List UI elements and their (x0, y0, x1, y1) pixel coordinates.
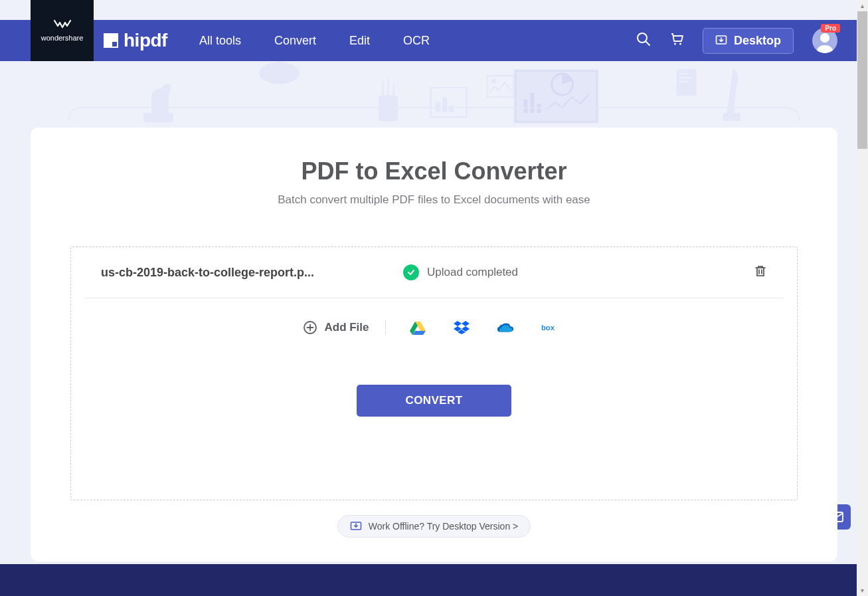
svg-rect-16 (450, 106, 454, 112)
check-icon (403, 264, 419, 280)
topbar (0, 0, 868, 20)
main-card: PDF to Excel Converter Batch convert mul… (31, 128, 837, 561)
svg-rect-6 (144, 113, 173, 122)
wondershare-logo[interactable]: wondershare (31, 0, 94, 61)
svg-point-5 (820, 33, 829, 43)
delete-button[interactable] (754, 264, 767, 280)
svg-rect-24 (537, 104, 541, 113)
svg-line-1 (646, 42, 650, 46)
svg-point-7 (260, 62, 300, 84)
svg-text:box: box (541, 324, 555, 332)
scroll-down-icon[interactable]: ▾ (857, 585, 868, 596)
add-file-label: Add File (324, 321, 369, 334)
svg-point-21 (552, 74, 573, 95)
file-name: us-cb-2019-back-to-college-report.p... (101, 266, 377, 280)
hipdf-logo[interactable]: hipdf (104, 30, 167, 51)
dropbox-icon[interactable] (454, 320, 470, 336)
download-icon (715, 35, 727, 47)
svg-rect-20 (516, 71, 597, 122)
file-row: us-cb-2019-back-to-college-report.p... U… (84, 247, 784, 298)
offline-label: Work Offline? Try Desktop Version > (369, 521, 519, 532)
nav-convert[interactable]: Convert (274, 34, 316, 48)
svg-rect-22 (524, 100, 528, 113)
svg-point-3 (679, 43, 681, 45)
bg-illustration (0, 61, 868, 128)
navbar: hipdf All tools Convert Edit OCR Desktop… (0, 20, 868, 61)
svg-rect-27 (679, 77, 691, 78)
hipdf-text: hipdf (124, 30, 167, 51)
scrollbar[interactable]: ▴ ▾ (857, 0, 868, 596)
plus-circle-icon (303, 320, 317, 335)
convert-button[interactable]: CONVERT (357, 385, 512, 417)
nav-all-tools[interactable]: All tools (199, 34, 241, 48)
svg-rect-23 (531, 93, 535, 113)
svg-point-18 (492, 79, 496, 83)
onedrive-icon[interactable] (497, 320, 513, 336)
hipdf-icon (104, 33, 118, 48)
svg-point-2 (674, 43, 676, 45)
svg-rect-26 (679, 73, 687, 74)
scroll-up-icon[interactable]: ▴ (857, 0, 868, 11)
box-icon[interactable]: box (541, 320, 557, 336)
cart-icon[interactable] (669, 32, 684, 49)
offline-button[interactable]: Work Offline? Try Desktop Version > (337, 515, 531, 538)
svg-rect-14 (436, 102, 440, 112)
svg-rect-17 (487, 76, 514, 97)
offline-download-icon (350, 521, 362, 532)
footer (0, 564, 868, 596)
svg-rect-29 (723, 113, 740, 121)
trash-icon (754, 264, 767, 278)
dropzone: us-cb-2019-back-to-college-report.p... U… (70, 247, 798, 500)
nav-edit[interactable]: Edit (349, 34, 370, 48)
desktop-button[interactable]: Desktop (703, 28, 794, 54)
wondershare-icon (53, 19, 72, 31)
add-file-button[interactable]: Add File (303, 320, 369, 335)
svg-rect-15 (443, 98, 447, 112)
desktop-label: Desktop (734, 34, 781, 48)
wondershare-label: wondershare (41, 34, 84, 42)
pro-badge: Pro (821, 24, 840, 33)
status-text: Upload completed (427, 266, 518, 279)
google-drive-icon[interactable] (410, 320, 426, 336)
svg-rect-19 (514, 69, 599, 124)
search-icon[interactable] (636, 32, 651, 49)
svg-rect-13 (431, 88, 467, 117)
svg-rect-28 (679, 81, 689, 82)
svg-rect-9 (379, 96, 398, 121)
divider (385, 320, 386, 335)
svg-rect-25 (677, 69, 697, 96)
nav-ocr[interactable]: OCR (403, 34, 430, 48)
scroll-thumb[interactable] (857, 11, 867, 149)
page-subtitle: Batch convert multiple PDF files to Exce… (70, 193, 798, 207)
page-title: PDF to Excel Converter (70, 157, 798, 185)
